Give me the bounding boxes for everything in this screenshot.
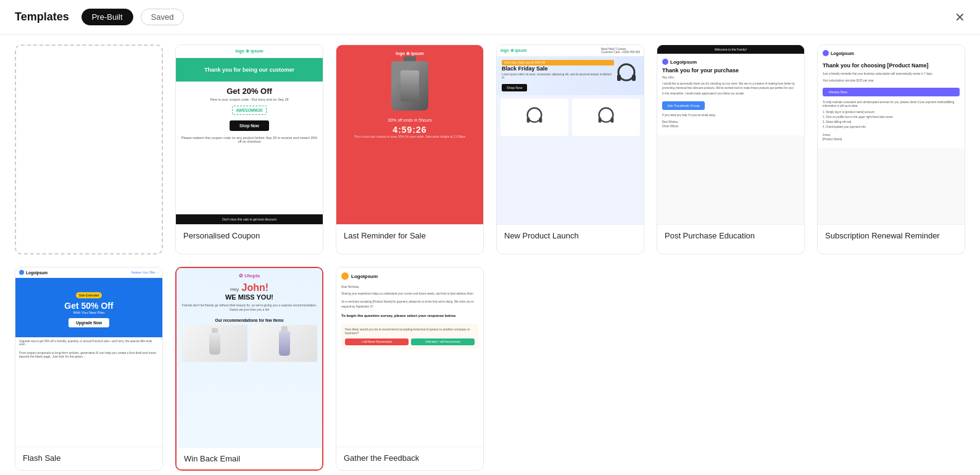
svg-rect-4 [527,117,530,123]
winback-products [181,325,317,362]
sub-title: Thank you for choosing [Product Name] [823,62,960,69]
purch-logo: Logoipsum [662,59,799,65]
launch-contact: Need Help? ContactCustomer Care: +1800 4… [601,48,640,54]
coupon-green-band: Thank you for being our customer [176,58,323,82]
sub-text2: Your subscription cost plan $125 per yea… [823,79,960,83]
card-preview-coupon: logo ⊕ ipsum Thank you for being our cus… [176,45,323,224]
header: Templates Pre-Built Saved ✕ [0,0,980,35]
svg-rect-1 [617,75,621,81]
sale-countdown-label: 30% off ends in 5hours [388,118,431,122]
feedback-btn-green: Definitely! I will Recommend [411,338,475,345]
flash-ai-text: From project proposals to long-form arti… [15,348,162,361]
card-preview-sale: logo ⊕ ipsum 30% off ends in 5hours 4:59… [336,45,483,224]
feedback-text2: As a merchant accepting [Product Name] f… [341,300,478,308]
sale-countdown: 4:59:26 [392,125,426,135]
svg-rect-2 [632,75,636,81]
sale-perfume-image [391,61,428,111]
purch-social-text: In the meanwhile, I would really appreci… [662,92,799,96]
headphone-image [614,62,639,87]
winback-hey-line: Hey John! [230,282,268,293]
launch-logo: logo ⊕ ipsum [500,48,526,53]
launch-header: logo ⊕ ipsum Need Help? ContactCustomer … [497,45,644,56]
winback-rec: Our recommendations for few Items [215,318,283,322]
card-label-subscription: Subscription Renewal Reminder [818,224,965,246]
winback-sub: Friends don't let friends go without the… [181,303,317,312]
feedback-btn-red: I will Never Recommend [345,338,409,345]
card-label-winback: Win Back Email [176,447,322,469]
winback-name: John! [242,282,269,293]
card-preview-flash: Logoipsum Redeem Your Offer → Sale Exten… [15,267,162,447]
feedback-logo-text: Logoipsum [351,274,378,279]
coupon-footer: Don't miss this sale to get best discoun… [176,214,323,224]
winback-product-1 [181,325,247,362]
sale-logo: logo ⊕ ipsum [396,51,423,56]
tab-pre-built[interactable]: Pre-Built [81,9,133,25]
launch-title: Black Friday Sale [502,65,614,72]
sub-btn: Renew Now [823,88,960,96]
sub-text1: Just a friendly reminder that your busin… [823,72,960,77]
launch-btn: Shop Now [502,84,527,91]
template-win-back[interactable]: ✿ Utopia Hey John! WE MISS YOU! Friends … [175,267,323,471]
flash-upgrade-btn: Upgrade Now [69,318,109,327]
winback-product-2 [251,325,317,362]
sub-footer-text: Jones,[Product Name] [823,133,960,142]
modal-title: Templates [15,11,69,23]
feedback-text1: Sharing your experience helps us underst… [341,292,478,296]
coupon-redeem-note: Please redeem this coupon code on any pr… [181,136,318,143]
templates-grid: logo ⊕ ipsum Thank you for being our cus… [15,44,965,471]
purch-btn: Join Facebook Group [662,101,705,110]
sub-logo: Logoipsum [823,50,960,56]
card-preview-subscription: Logoipsum Thank you for choosing [Produc… [818,45,965,224]
card-label-feedback: Gather the Feedback [336,447,483,469]
flash-logo: Logoipsum [19,270,48,275]
card-preview-feedback: Logoipsum Dear Nicholas, Sharing your ex… [336,267,483,447]
purch-header: Welcome to the Family! [657,45,804,54]
svg-rect-7 [599,117,602,123]
flash-redeem: Redeem Your Offer → [131,271,159,274]
sub-list: 1. Simply log in to [product name] accou… [823,110,960,130]
feedback-bold: To begin the question survey, please sel… [341,314,478,317]
blank-template-card[interactable] [15,44,163,254]
winback-product-img-1 [181,325,247,362]
template-last-reminder[interactable]: logo ⊕ ipsum 30% off ends in 5hours 4:59… [336,44,484,254]
template-subscription-renewal[interactable]: Logoipsum Thank you for choosing [Produc… [817,44,965,254]
modal-wrapper: Templates Pre-Built Saved ✕ logo ⊕ ipsum… [0,0,980,475]
card-preview-purchase: Welcome to the Family! Logoipsum Thank y… [657,45,804,224]
flash-header: Logoipsum Redeem Your Offer → [15,267,162,278]
winback-product-img-2 [251,325,317,362]
winback-miss: WE MISS YOU! [225,293,273,301]
flash-footer-text: Upgrade now to get 50% off a monthly, qu… [15,337,162,348]
feedback-logo: Logoipsum [341,272,478,280]
close-button[interactable]: ✕ [955,11,965,23]
purch-sign: Best Wishes,Oliver Wilson [662,120,799,129]
purch-body-text: I would like to personally thank you for… [662,82,799,91]
template-post-purchase[interactable]: Welcome to the Family! Logoipsum Thank y… [657,44,805,254]
flash-big-text: Get 50% Off [20,301,157,311]
card-label-flash: Flash Sale [15,447,162,469]
flash-sub-text: With You New Plan [20,311,157,314]
template-personalised-coupon[interactable]: logo ⊕ ipsum Thank you for being our cus… [175,44,323,254]
purch-body: Logoipsum Thank you for your purchase He… [657,54,804,135]
winback-logo: ✿ Utopia [239,273,260,279]
card-preview-winback: ✿ Utopia Hey John! WE MISS YOU! Friends … [176,268,322,447]
coupon-body: Get 20% Off Here is your coupon code - B… [176,82,323,150]
card-label-purchase: Post Purchase Education [657,224,804,246]
template-gather-feedback[interactable]: Logoipsum Dear Nicholas, Sharing your ex… [336,267,484,471]
coupon-code: AWESOMW20 [232,106,267,115]
card-label-coupon: Personalised Coupon [176,224,323,246]
template-new-product-launch[interactable]: logo ⊕ ipsum Need Help? ContactCustomer … [496,44,644,254]
coupon-sub: Here is your coupon code - But hurry end… [181,98,318,101]
tab-saved[interactable]: Saved [141,9,185,25]
card-label-launch: New Product Launch [497,224,644,246]
sub-text3: To help maintain consistent and uninterr… [823,101,960,109]
coupon-logo: logo ⊕ ipsum [235,49,263,54]
coupon-discount: Get 20% Off [181,86,318,96]
svg-rect-5 [539,117,542,123]
coupon-tagline: Thank you for being our customer [181,67,318,73]
card-label-sale: Last Reminder for Sale [336,224,483,246]
template-flash-sale[interactable]: Logoipsum Redeem Your Offer → Sale Exten… [15,267,163,471]
content-area: logo ⊕ ipsum Thank you for being our cus… [0,35,980,474]
feedback-survey-box: How likely would you be to recommend acc… [341,324,478,349]
purch-title: Thank you for your purchase [662,67,799,74]
launch-products [497,95,644,140]
